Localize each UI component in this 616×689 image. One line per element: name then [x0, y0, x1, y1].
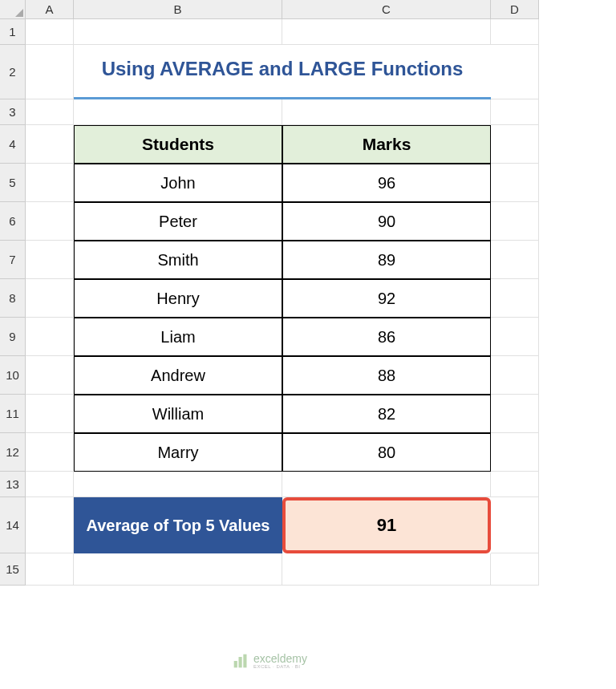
cell-a7[interactable] [26, 241, 74, 279]
cell-a6[interactable] [26, 202, 74, 241]
table-row[interactable]: William [74, 395, 282, 433]
cell-d2[interactable] [491, 45, 539, 99]
cell-b15[interactable] [74, 553, 282, 586]
col-header-a[interactable]: A [26, 0, 74, 19]
cell-d8[interactable] [491, 279, 539, 318]
cell-d5[interactable] [491, 164, 539, 202]
row-header-5[interactable]: 5 [0, 164, 26, 202]
cell-c1[interactable] [282, 19, 491, 45]
cell-d4[interactable] [491, 125, 539, 164]
chart-icon [233, 653, 249, 669]
cell-c13[interactable] [282, 472, 491, 497]
row-header-3[interactable]: 3 [0, 99, 26, 125]
table-header-students[interactable]: Students [74, 125, 282, 164]
row-header-9[interactable]: 9 [0, 318, 26, 356]
table-row[interactable]: 86 [282, 318, 491, 356]
col-header-b[interactable]: B [74, 0, 282, 19]
cell-d6[interactable] [491, 202, 539, 241]
result-value[interactable]: 91 [282, 497, 491, 553]
result-label[interactable]: Average of Top 5 Values [74, 497, 282, 553]
row-header-1[interactable]: 1 [0, 19, 26, 45]
table-row[interactable]: 90 [282, 202, 491, 241]
table-row[interactable]: 88 [282, 356, 491, 395]
cell-c3[interactable] [282, 99, 491, 125]
cell-d3[interactable] [491, 99, 539, 125]
table-row[interactable]: Marry [74, 433, 282, 472]
row-header-14[interactable]: 14 [0, 497, 26, 553]
cell-d13[interactable] [491, 472, 539, 497]
svg-rect-0 [234, 661, 237, 667]
table-row[interactable]: Smith [74, 241, 282, 279]
row-header-4[interactable]: 4 [0, 125, 26, 164]
watermark-tagline: EXCEL · DATA · BI [253, 664, 307, 669]
table-row[interactable]: 96 [282, 164, 491, 202]
table-header-marks[interactable]: Marks [282, 125, 491, 164]
row-header-2[interactable]: 2 [0, 45, 26, 99]
table-row[interactable]: Peter [74, 202, 282, 241]
cell-a1[interactable] [26, 19, 74, 45]
cell-a2[interactable] [26, 45, 74, 99]
table-row[interactable]: 80 [282, 433, 491, 472]
cell-d7[interactable] [491, 241, 539, 279]
svg-rect-1 [239, 657, 242, 667]
col-header-d[interactable]: D [491, 0, 539, 19]
row-header-10[interactable]: 10 [0, 356, 26, 395]
table-row[interactable]: Liam [74, 318, 282, 356]
cell-d10[interactable] [491, 356, 539, 395]
row-header-8[interactable]: 8 [0, 279, 26, 318]
watermark-brand: exceldemy [253, 653, 307, 664]
row-header-12[interactable]: 12 [0, 433, 26, 472]
cell-a5[interactable] [26, 164, 74, 202]
cell-c15[interactable] [282, 553, 491, 586]
cell-a12[interactable] [26, 433, 74, 472]
spreadsheet-grid: A B C D 1 2 Using AVERAGE and LARGE Func… [0, 0, 616, 586]
table-row[interactable]: 89 [282, 241, 491, 279]
cell-d14[interactable] [491, 497, 539, 553]
svg-rect-2 [243, 655, 246, 668]
table-row[interactable]: 92 [282, 279, 491, 318]
row-header-13[interactable]: 13 [0, 472, 26, 497]
table-row[interactable]: John [74, 164, 282, 202]
cell-a10[interactable] [26, 356, 74, 395]
row-header-6[interactable]: 6 [0, 202, 26, 241]
cell-b1[interactable] [74, 19, 282, 45]
cell-a15[interactable] [26, 553, 74, 586]
select-all-corner[interactable] [0, 0, 26, 19]
table-row[interactable]: Henry [74, 279, 282, 318]
cell-d1[interactable] [491, 19, 539, 45]
cell-a3[interactable] [26, 99, 74, 125]
row-header-7[interactable]: 7 [0, 241, 26, 279]
cell-a8[interactable] [26, 279, 74, 318]
cell-d11[interactable] [491, 395, 539, 433]
table-row[interactable]: 82 [282, 395, 491, 433]
cell-a14[interactable] [26, 497, 74, 553]
cell-a13[interactable] [26, 472, 74, 497]
cell-a9[interactable] [26, 318, 74, 356]
row-header-11[interactable]: 11 [0, 395, 26, 433]
table-row[interactable]: Andrew [74, 356, 282, 395]
cell-b13[interactable] [74, 472, 282, 497]
cell-d15[interactable] [491, 553, 539, 586]
cell-b3[interactable] [74, 99, 282, 125]
cell-d12[interactable] [491, 433, 539, 472]
title-cell[interactable]: Using AVERAGE and LARGE Functions [74, 45, 491, 99]
cell-a11[interactable] [26, 395, 74, 433]
cell-d9[interactable] [491, 318, 539, 356]
cell-a4[interactable] [26, 125, 74, 164]
row-header-15[interactable]: 15 [0, 553, 26, 586]
watermark-text: exceldemy EXCEL · DATA · BI [253, 653, 307, 669]
watermark: exceldemy EXCEL · DATA · BI [233, 653, 307, 669]
col-header-c[interactable]: C [282, 0, 491, 19]
